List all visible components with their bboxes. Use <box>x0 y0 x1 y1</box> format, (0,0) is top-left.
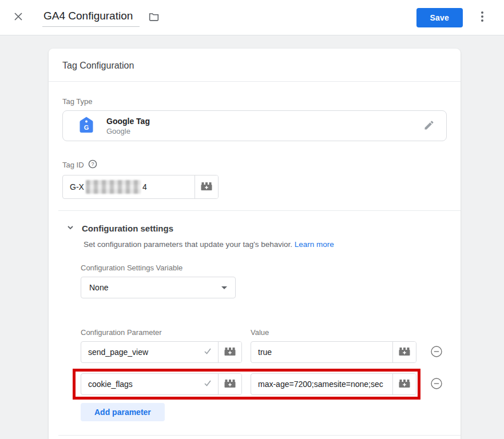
value-field-group <box>251 373 416 395</box>
parameter-variable-picker-button[interactable] <box>218 342 241 362</box>
value-variable-picker-button[interactable] <box>392 342 416 362</box>
google-tag-icon: G <box>78 115 95 137</box>
configuration-settings-title: Configuration settings <box>82 224 173 233</box>
config-variable-dropdown[interactable]: None <box>81 277 236 298</box>
save-button[interactable]: Save <box>416 8 463 27</box>
value-column-label: Value <box>251 328 269 337</box>
help-icon[interactable]: ? <box>88 159 97 170</box>
tag-id-input[interactable]: G-X 4 <box>63 175 195 198</box>
remove-circle-icon <box>430 377 443 392</box>
configuration-settings-toggle[interactable]: Configuration settings <box>62 224 447 233</box>
folder-button[interactable] <box>144 7 164 28</box>
top-bar: GA4 Configuration Save <box>0 0 504 35</box>
tag-id-variable-picker-button[interactable] <box>195 175 218 198</box>
more-vert-icon <box>475 9 489 26</box>
parameter-row <box>81 341 447 363</box>
parameter-row <box>81 373 447 395</box>
variable-brick-icon <box>399 379 410 390</box>
folder-icon <box>148 10 160 25</box>
tag-id-label: Tag ID <box>62 161 84 169</box>
value-variable-picker-button[interactable] <box>392 374 416 394</box>
edit-pencil-icon[interactable] <box>423 119 435 133</box>
add-parameter-button[interactable]: Add parameter <box>81 403 165 421</box>
check-icon <box>203 346 213 358</box>
parameter-name-input[interactable] <box>81 342 218 362</box>
tag-name-input[interactable]: GA4 Configuration <box>42 9 140 27</box>
tag-id-suffix: 4 <box>142 182 147 191</box>
remove-parameter-button[interactable] <box>430 345 443 360</box>
svg-text:G: G <box>84 124 89 131</box>
tag-type-selector[interactable]: G Google Tag Google <box>62 110 447 141</box>
variable-brick-icon <box>399 347 410 358</box>
parameter-variable-picker-button[interactable] <box>218 374 241 394</box>
tag-configuration-card: Tag Configuration Tag Type G Google Tag … <box>49 49 461 439</box>
parameter-field-group <box>81 341 242 363</box>
learn-more-link[interactable]: Learn more <box>295 240 334 249</box>
section-divider <box>58 210 461 211</box>
parameter-field-group <box>81 373 242 395</box>
configuration-settings-description: Set configuration parameters that update… <box>84 240 447 249</box>
tag-id-prefix: G-X <box>70 182 84 191</box>
parameter-name-input[interactable] <box>81 374 218 394</box>
parameter-value-input[interactable] <box>251 342 392 362</box>
variable-brick-icon <box>224 347 236 358</box>
variable-brick-icon <box>201 182 212 193</box>
remove-parameter-button[interactable] <box>430 377 443 392</box>
tag-type-name: Google Tag <box>106 117 150 126</box>
close-button[interactable] <box>9 7 27 27</box>
chevron-down-icon <box>66 224 74 233</box>
check-icon <box>203 378 213 390</box>
variable-brick-icon <box>224 379 236 390</box>
card-title: Tag Configuration <box>49 49 461 82</box>
tag-type-vendor: Google <box>106 127 150 135</box>
tag-id-blurred-segment <box>86 180 141 194</box>
svg-text:?: ? <box>91 161 94 167</box>
config-variable-label: Configuration Settings Variable <box>81 264 447 272</box>
dropdown-caret-icon <box>221 286 227 289</box>
section-divider <box>58 435 461 436</box>
config-variable-value: None <box>89 283 108 292</box>
more-menu-button[interactable] <box>472 6 493 29</box>
value-field-group <box>251 341 416 363</box>
close-icon <box>13 11 24 24</box>
tag-type-label: Tag Type <box>62 97 447 106</box>
parameter-value-input[interactable] <box>251 374 392 394</box>
parameter-column-label: Configuration Parameter <box>81 328 242 337</box>
remove-circle-icon <box>430 345 443 360</box>
tag-id-field-group: G-X 4 <box>62 175 219 199</box>
